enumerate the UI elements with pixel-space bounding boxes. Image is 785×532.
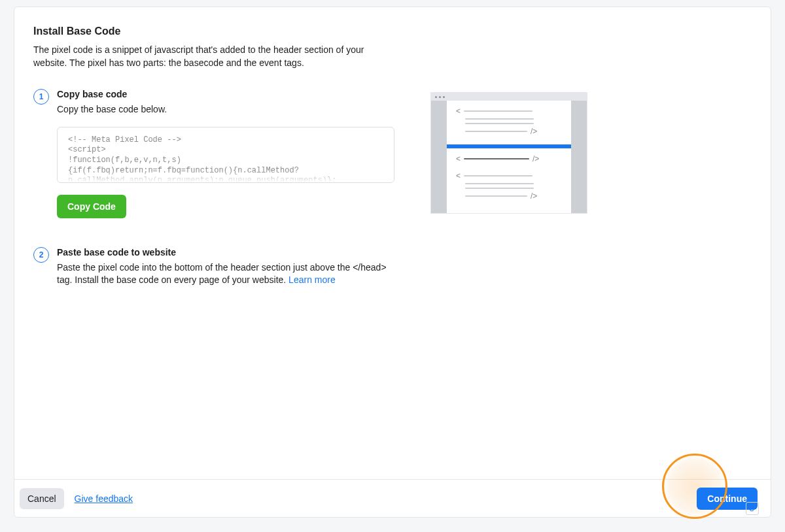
modal-footer: Cancel Give feedback Continue xyxy=(14,479,771,517)
modal-content: Install Base Code The pixel code is a sn… xyxy=(14,7,771,479)
step-number-badge: 2 xyxy=(33,247,49,263)
pixel-code-box[interactable]: <!-- Meta Pixel Code --> <script> !funct… xyxy=(57,127,394,183)
learn-more-link[interactable]: Learn more xyxy=(288,274,336,285)
step-number-badge: 1 xyxy=(33,89,49,105)
refresh-icon[interactable]: ⟳ xyxy=(746,502,759,515)
page-title: Install Base Code xyxy=(33,25,752,37)
step-1-desc: Copy the base code below. xyxy=(57,103,394,116)
cancel-button[interactable]: Cancel xyxy=(20,488,64,509)
step-2: 2 Paste base code to website Paste the p… xyxy=(33,247,394,287)
step-2-title: Paste base code to website xyxy=(57,247,394,258)
step-1: 1 Copy base code Copy the base code belo… xyxy=(33,89,394,237)
step-1-title: Copy base code xyxy=(57,89,394,99)
give-feedback-link[interactable]: Give feedback xyxy=(75,493,133,504)
header-placement-illustration: < /> </> < /> xyxy=(430,92,587,216)
page-description: The pixel code is a snippet of javascrip… xyxy=(33,44,400,69)
step-2-desc-text: Paste the pixel code into the bottom of … xyxy=(57,262,387,286)
install-base-code-modal: Install Base Code The pixel code is a sn… xyxy=(14,7,771,518)
copy-code-button[interactable]: Copy Code xyxy=(57,195,126,218)
step-2-desc: Paste the pixel code into the bottom of … xyxy=(57,261,394,287)
